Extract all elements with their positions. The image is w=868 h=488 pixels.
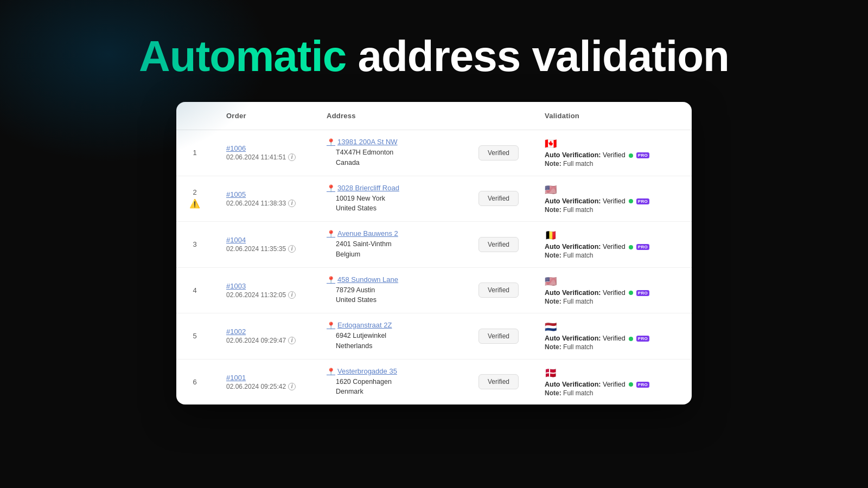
verified-cell: Verified xyxy=(465,176,532,222)
address-link[interactable]: 📍 458 Sundown Lane xyxy=(327,275,452,284)
order-link[interactable]: #1004 xyxy=(226,236,301,244)
address-cell: 📍 Avenue Bauwens 2 2401 Saint-Vinthm Bel… xyxy=(314,222,465,268)
auto-verification-label: Auto Verification: xyxy=(545,381,601,388)
address-cell: 📍 Erdoganstraat 2Z 6942 Lutjewinkel Neth… xyxy=(314,313,465,359)
address-link[interactable]: 📍 Avenue Bauwens 2 xyxy=(327,229,452,238)
headline-rest: address validation xyxy=(346,32,729,80)
order-date-text: 02.06.2024 09:25:42 xyxy=(226,383,286,390)
address-cell: 📍 3028 Briercliff Road 10019 New York Un… xyxy=(314,176,465,222)
auto-verification-value: Verified xyxy=(603,289,626,297)
row-num-label: 3 xyxy=(193,240,196,248)
orders-table: Order Address Validation 1 #1006 02.06.2… xyxy=(176,102,692,404)
order-link[interactable]: #1006 xyxy=(226,144,301,152)
order-cell: #1002 02.06.2024 09:29:47 i xyxy=(213,313,314,359)
verified-button[interactable]: Verified xyxy=(478,282,519,298)
auto-verification-text: Auto Verification: Verified PRO xyxy=(545,335,679,342)
note-text: Note: Full match xyxy=(545,206,679,214)
country-flag: 🇳🇱 xyxy=(545,321,679,333)
auto-verification-text: Auto Verification: Verified PRO xyxy=(545,151,679,159)
auto-verification-value: Verified xyxy=(603,381,626,388)
auto-verification-text: Auto Verification: Verified PRO xyxy=(545,381,679,388)
order-cell: #1001 02.06.2024 09:25:42 i xyxy=(213,359,314,404)
verified-button[interactable]: Verified xyxy=(478,145,519,160)
info-icon[interactable]: i xyxy=(288,383,296,390)
table-row: 2 ⚠️ #1005 02.06.2024 11:38:33 i 📍 3028 … xyxy=(176,176,692,222)
validation-cell: 🇺🇸 Auto Verification: Verified PRO Note:… xyxy=(532,176,692,222)
verified-button[interactable]: Verified xyxy=(478,374,519,389)
verified-button[interactable]: Verified xyxy=(478,237,519,252)
verified-button[interactable]: Verified xyxy=(478,191,519,206)
auto-verification-value: Verified xyxy=(603,243,626,251)
address-detail: 10019 New York United States xyxy=(327,194,452,214)
address-link[interactable]: 📍 Vesterbrogadde 35 xyxy=(327,367,452,376)
info-icon[interactable]: i xyxy=(288,200,296,207)
table-body: 1 #1006 02.06.2024 11:41:51 i 📍 13981 20… xyxy=(176,130,692,405)
verified-cell: Verified xyxy=(465,130,532,176)
verified-dot xyxy=(629,199,633,203)
info-icon[interactable]: i xyxy=(288,291,296,299)
table-header: Order Address Validation xyxy=(176,102,692,130)
order-date-text: 02.06.2024 11:32:05 xyxy=(226,291,286,299)
address-street: 13981 200A St NW xyxy=(337,138,398,146)
order-link[interactable]: #1003 xyxy=(226,282,301,290)
order-date-text: 02.06.2024 11:35:35 xyxy=(226,245,286,253)
warning-icon: ⚠️ xyxy=(189,198,200,209)
col-order: Order xyxy=(213,102,314,130)
row-number: 4 xyxy=(176,267,213,313)
address-link[interactable]: 📍 3028 Briercliff Road xyxy=(327,184,452,192)
address-cell: 📍 458 Sundown Lane 78729 Austin United S… xyxy=(314,267,465,313)
address-line2: 6942 Lutjewinkel xyxy=(336,332,386,339)
country-flag: 🇺🇸 xyxy=(545,275,679,287)
pro-badge: PRO xyxy=(636,152,650,158)
main-card: Order Address Validation 1 #1006 02.06.2… xyxy=(176,102,692,404)
pro-badge: PRO xyxy=(636,244,650,250)
row-number: 5 xyxy=(176,313,213,359)
auto-verification-label: Auto Verification: xyxy=(545,335,601,342)
table-row: 1 #1006 02.06.2024 11:41:51 i 📍 13981 20… xyxy=(176,130,692,176)
info-icon[interactable]: i xyxy=(288,245,296,253)
country-flag: 🇺🇸 xyxy=(545,184,679,196)
order-date: 02.06.2024 11:38:33 i xyxy=(226,200,301,207)
validation-cell: 🇧🇪 Auto Verification: Verified PRO Note:… xyxy=(532,222,692,268)
note-value: Full match xyxy=(563,160,593,168)
col-validation: Validation xyxy=(532,102,692,130)
pro-badge: PRO xyxy=(636,290,650,296)
order-link[interactable]: #1002 xyxy=(226,328,301,336)
verified-button[interactable]: Verified xyxy=(478,329,519,344)
order-link[interactable]: #1001 xyxy=(226,374,301,382)
address-country: Canada xyxy=(336,159,360,166)
table-row: 5 #1002 02.06.2024 09:29:47 i 📍 Erdogans… xyxy=(176,313,692,359)
note-text: Note: Full match xyxy=(545,298,679,305)
auto-verification-value: Verified xyxy=(603,197,626,205)
order-cell: #1004 02.06.2024 11:35:35 i xyxy=(213,222,314,268)
order-link[interactable]: #1005 xyxy=(226,190,301,198)
country-flag: 🇧🇪 xyxy=(545,229,679,241)
order-date: 02.06.2024 11:32:05 i xyxy=(226,291,301,299)
address-street: Vesterbrogadde 35 xyxy=(337,367,397,375)
pin-icon: 📍 xyxy=(327,322,335,330)
address-street: Avenue Bauwens 2 xyxy=(337,229,398,237)
address-link[interactable]: 📍 Erdoganstraat 2Z xyxy=(327,321,452,330)
note-value: Full match xyxy=(563,389,593,397)
order-date: 02.06.2024 11:41:51 i xyxy=(226,153,301,161)
note-text: Note: Full match xyxy=(545,160,679,168)
pin-icon: 📍 xyxy=(327,138,335,146)
info-icon[interactable]: i xyxy=(288,337,296,344)
order-date: 02.06.2024 09:25:42 i xyxy=(226,383,301,390)
row-num-label: 1 xyxy=(193,149,196,157)
address-country: Netherlands xyxy=(336,342,372,350)
address-street: 458 Sundown Lane xyxy=(337,275,398,284)
note-label: Note: xyxy=(545,160,561,168)
row-num-label: 2 xyxy=(193,188,196,196)
pin-icon: 📍 xyxy=(327,230,335,238)
note-label: Note: xyxy=(545,343,561,351)
address-country: Belgium xyxy=(336,251,360,258)
auto-verification-text: Auto Verification: Verified PRO xyxy=(545,289,679,297)
note-text: Note: Full match xyxy=(545,343,679,351)
validation-cell: 🇺🇸 Auto Verification: Verified PRO Note:… xyxy=(532,267,692,313)
info-icon[interactable]: i xyxy=(288,153,296,161)
address-cell: 📍 Vesterbrogadde 35 1620 Copenhagen Denm… xyxy=(314,359,465,404)
address-link[interactable]: 📍 13981 200A St NW xyxy=(327,138,452,146)
note-value: Full match xyxy=(563,206,593,214)
validation-cell: 🇳🇱 Auto Verification: Verified PRO Note:… xyxy=(532,313,692,359)
